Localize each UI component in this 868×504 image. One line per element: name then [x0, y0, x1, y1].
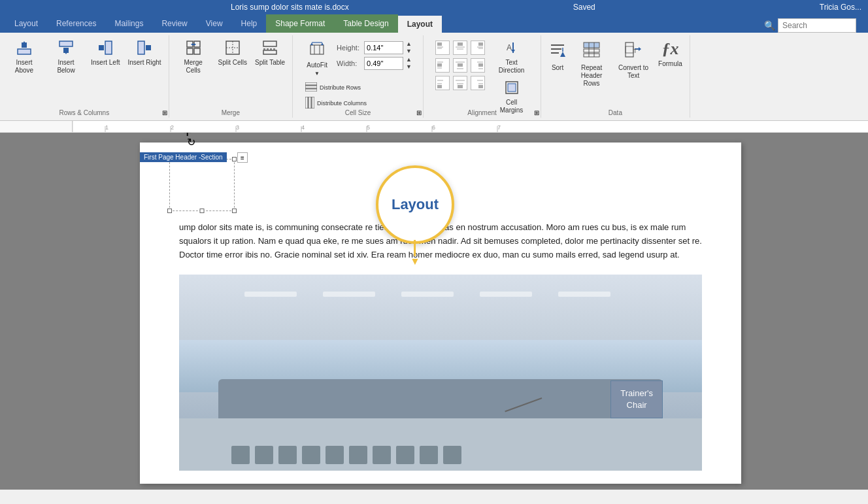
sort-label: Sort	[552, 64, 563, 72]
svg-rect-24	[263, 50, 276, 54]
insert-left-label: Insert Left	[91, 59, 120, 67]
insert-below-button[interactable]: Insert Below	[46, 38, 86, 76]
svg-rect-36	[312, 97, 314, 109]
rows-columns-expand[interactable]: ⊞	[162, 109, 167, 116]
user-name: Tricia Gos...	[820, 3, 861, 12]
chair-10	[443, 446, 461, 464]
conference-room-image: Trainer's Chair	[179, 275, 702, 471]
tab-layout-main[interactable]: Layout	[398, 14, 442, 33]
tab-review[interactable]: Review	[152, 14, 196, 33]
height-down-arrow[interactable]: ▼	[406, 48, 412, 54]
tab-shape-format[interactable]: Shape Format	[266, 14, 334, 33]
layout-circle: Layout	[376, 165, 454, 244]
insert-above-button[interactable]: Insert Above	[4, 38, 44, 76]
merge-group-label: Merge	[169, 109, 292, 116]
merge-cells-button[interactable]: Merge Cells	[173, 38, 214, 76]
filename: Loris sump dolor sits mate is.docx	[231, 3, 349, 12]
alignment-expand[interactable]: ⊞	[534, 109, 539, 116]
search-input[interactable]	[778, 18, 856, 33]
rotate-handle[interactable]: ↻	[187, 136, 195, 148]
ribbon: Insert Above Insert Below Insert Left	[0, 33, 868, 121]
handle-bc[interactable]	[200, 209, 205, 213]
svg-rect-34	[305, 97, 308, 109]
width-input[interactable]	[364, 57, 403, 70]
repeat-header-rows-button[interactable]: Repeat Header Rows	[571, 38, 612, 90]
height-input[interactable]	[364, 41, 403, 54]
insert-right-button[interactable]: Insert Right	[124, 38, 164, 69]
width-spinner[interactable]: ▲ ▼	[406, 56, 412, 70]
align-middle-center[interactable]	[453, 58, 467, 73]
svg-rect-22	[263, 41, 276, 46]
handle-br[interactable]	[232, 209, 237, 213]
header-icon[interactable]: ≡	[237, 152, 248, 163]
selection-box	[169, 159, 235, 211]
width-down-arrow[interactable]: ▼	[406, 63, 412, 70]
ribbon-group-data: Sort Repeat Header Rows	[541, 35, 690, 118]
align-bottom-left[interactable]	[435, 76, 450, 90]
tab-mailings[interactable]: Mailings	[105, 14, 152, 33]
tab-layout-left[interactable]: Layout	[5, 14, 47, 33]
dimensions-group: Height: ▲ ▼ Width:	[335, 38, 413, 73]
document-area: ✛ ↻ First Page Header -Section ≡ ump dol…	[0, 133, 868, 490]
height-up-arrow[interactable]: ▲	[406, 41, 412, 47]
distribute-columns-icon	[305, 97, 314, 110]
insert-left-button[interactable]: Insert Left	[88, 38, 123, 69]
align-bottom-center[interactable]	[453, 76, 467, 90]
chair-5	[326, 446, 344, 464]
repeat-header-rows-icon	[582, 40, 601, 63]
svg-rect-79	[626, 42, 633, 57]
autofit-label: AutoFit	[307, 61, 327, 69]
svg-text:4: 4	[301, 124, 305, 131]
svg-rect-75	[584, 49, 599, 52]
convert-to-text-button[interactable]: T Convert to Text	[613, 38, 654, 82]
distribute-rows-button[interactable]: Distribute Rows	[303, 81, 369, 94]
tab-view[interactable]: View	[197, 14, 232, 33]
alignment-grid	[433, 38, 490, 95]
svg-marker-82	[639, 47, 641, 51]
ruler-inner: 1 2 3 4 5 6 7	[72, 121, 868, 132]
height-spinner[interactable]: ▲ ▼	[406, 41, 412, 54]
width-label: Width:	[337, 59, 361, 67]
align-middle-left[interactable]	[435, 58, 450, 73]
split-cells-button[interactable]: Split Cells	[215, 38, 250, 69]
formula-button[interactable]: ƒx Formula	[655, 38, 686, 70]
ribbon-group-merge: Merge Cells Split Cells	[169, 35, 293, 118]
align-middle-right[interactable]	[471, 58, 485, 73]
chair-1	[231, 446, 250, 464]
light-2	[323, 292, 375, 297]
rows-columns-group-label: Rows & Columns	[0, 109, 169, 116]
chair-2	[255, 446, 273, 464]
align-top-left[interactable]	[435, 41, 450, 55]
align-bottom-right[interactable]	[471, 76, 485, 90]
data-content: Sort Repeat Header Rows	[545, 38, 686, 116]
saved-status: Saved	[573, 3, 595, 12]
cell-size-expand[interactable]: ⊞	[416, 109, 422, 116]
text-direction-button[interactable]: A Text Direction	[492, 38, 532, 76]
align-top-right[interactable]	[471, 41, 485, 55]
sort-icon	[548, 40, 567, 63]
svg-rect-58	[458, 85, 463, 88]
handle-bl[interactable]	[167, 209, 172, 213]
cell-size-group-label: Cell Size	[293, 109, 423, 116]
split-table-button[interactable]: Split Table	[252, 38, 288, 69]
height-label: Height:	[337, 44, 361, 52]
trainer-badge-line1: Trainer's	[620, 388, 653, 399]
autofit-button[interactable]: AutoFit ▼	[303, 38, 331, 78]
svg-marker-17	[194, 43, 196, 46]
chair-3	[278, 446, 297, 464]
svg-rect-37	[437, 42, 442, 46]
tab-help[interactable]: Help	[232, 14, 267, 33]
cell-size-content: AutoFit ▼ Height: ▲ ▼	[303, 38, 413, 116]
autofit-arrow: ▼	[314, 71, 320, 76]
callout-line	[414, 240, 416, 256]
chair-6	[349, 446, 367, 464]
svg-rect-68	[508, 84, 516, 92]
align-top-center[interactable]	[453, 41, 467, 55]
tab-table-design[interactable]: Table Design	[334, 14, 397, 33]
width-up-arrow[interactable]: ▲	[406, 56, 412, 63]
cell-size-top: AutoFit ▼ Height: ▲ ▼	[303, 38, 413, 78]
sort-button[interactable]: Sort	[545, 38, 570, 74]
ribbon-group-rows-columns: Insert Above Insert Below Insert Left	[0, 35, 169, 118]
tab-references[interactable]: References	[47, 14, 105, 33]
handle-tr[interactable]	[232, 157, 237, 161]
